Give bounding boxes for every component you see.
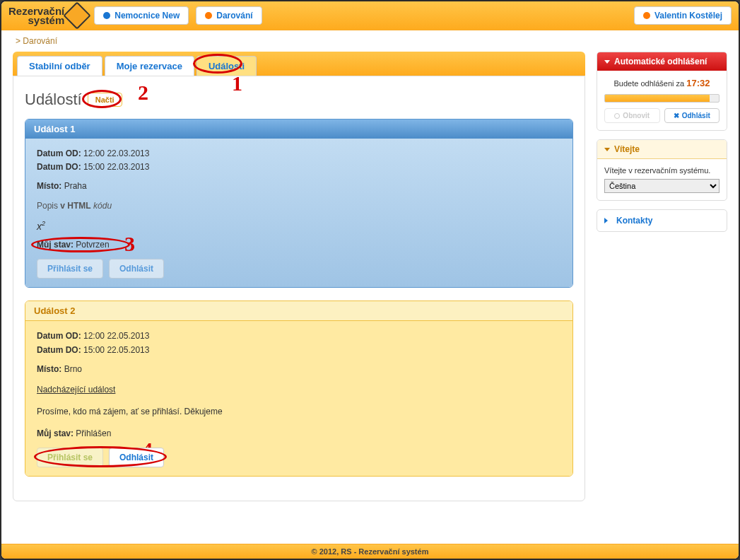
e1-od-val: 12:00 22.03.2013 — [83, 148, 149, 158]
logout-button[interactable]: ✖Odhlásit — [664, 108, 720, 123]
refresh-button[interactable]: Obnovit — [604, 108, 660, 123]
e1-do-label: Datum DO: — [37, 162, 81, 172]
e2-heading: Nadcházející událost — [37, 383, 561, 397]
e2-signin-button[interactable]: Přihlásit se — [37, 448, 103, 467]
hospital-label: Nemocnice New — [114, 11, 180, 21]
annotation-2: 2 — [138, 81, 148, 105]
close-icon: ✖ — [674, 112, 679, 119]
language-select[interactable]: Čeština — [604, 179, 720, 193]
e1-signout-button[interactable]: Odhlásit — [109, 259, 164, 279]
e1-od-label: Datum OD: — [37, 148, 81, 158]
auto-logout-widget: Automatické odhlášení Budete odhlášeni z… — [597, 52, 727, 131]
auto-logout-title: Automatické odhlášení — [614, 57, 707, 66]
info-icon — [103, 12, 110, 19]
e2-od-label: Datum OD: — [37, 331, 81, 341]
tab-stable[interactable]: Stabilní odběr — [17, 56, 102, 76]
sidebar: Automatické odhlášení Budete odhlášeni z… — [597, 52, 727, 532]
e2-misto-val: Brno — [64, 364, 82, 374]
welcome-header[interactable]: Vítejte — [597, 140, 727, 159]
contacts-widget: Kontakty — [597, 209, 727, 232]
tab-reservations[interactable]: Moje rezervace — [105, 56, 194, 76]
event-1-title: Událost 1 — [25, 119, 572, 139]
logout-progress — [604, 94, 720, 103]
e2-do-val: 15:00 22.05.2013 — [83, 345, 149, 355]
tab-events[interactable]: Události — [196, 56, 257, 76]
e1-do-val: 15:00 22.03.2013 — [83, 162, 149, 172]
footer: © 2012, RS - Rezervační systém — [1, 544, 739, 559]
welcome-widget: Vítejte Vítejte v rezervačním systému. Č… — [597, 139, 727, 201]
user-button[interactable]: Valentin Kostělej — [634, 6, 732, 25]
user-label: Valentin Kostělej — [654, 11, 722, 21]
e1-stav-val: Potvrzen — [76, 240, 109, 250]
chevron-right-icon — [604, 218, 611, 223]
e2-do-label: Datum DO: — [37, 345, 81, 355]
progress-bar — [605, 95, 710, 102]
breadcrumb: > Darování — [1, 30, 739, 52]
e2-od-val: 12:00 22.05.2013 — [83, 331, 149, 341]
welcome-title: Vítejte — [614, 144, 640, 154]
tab-events-label: Události — [209, 61, 245, 71]
page-title: Událostí — [25, 91, 82, 109]
logo-line2: systém — [8, 16, 64, 25]
e2-stav-val: Přihlášen — [76, 428, 111, 438]
donation-button[interactable]: Darování — [196, 6, 262, 25]
chevron-down-icon — [604, 148, 610, 151]
e2-misto-label: Místo: — [37, 364, 61, 374]
welcome-msg: Vítejte v rezervačním systému. — [604, 166, 720, 175]
e2-stav-label: Můj stav: — [37, 428, 74, 438]
user-icon — [643, 12, 650, 19]
logout-msg: Budete odhlášeni za 17:32 — [604, 78, 720, 88]
e2-signout-button[interactable]: Odhlásit — [109, 448, 164, 467]
gift-icon — [205, 12, 212, 19]
e2-desc: Prosíme, kdo má zájem, ať se přihlásí. D… — [37, 405, 561, 419]
clock-icon — [614, 113, 620, 119]
e1-formula: x2 — [37, 218, 561, 234]
app-header: Rezervační systém Nemocnice New Darování… — [1, 1, 739, 30]
logout-time: 17:32 — [686, 78, 710, 88]
e1-misto-val: Praha — [64, 181, 87, 191]
annotation-3: 3 — [124, 227, 135, 261]
app-logo: Rezervační systém — [8, 6, 87, 25]
logo-icon — [63, 1, 91, 30]
e1-stav-label: Můj stav: — [37, 240, 74, 250]
e1-misto-label: Místo: — [37, 181, 61, 191]
main-content: Stabilní odběr Moje rezervace Události 1… — [13, 52, 585, 532]
event-1-panel: Událost 1 Datum OD: 12:00 22.03.2013 Dat… — [25, 119, 573, 288]
chevron-down-icon — [604, 60, 610, 64]
e1-signin-button[interactable]: Přihlásit se — [37, 259, 103, 279]
contacts-toggle[interactable]: Kontakty — [597, 210, 727, 231]
e1-desc: Popis v HTML kódu — [37, 199, 561, 213]
event-2-panel: Událost 2 Datum OD: 12:00 22.05.2013 Dat… — [25, 301, 573, 477]
load-button[interactable]: Načti — [88, 93, 122, 107]
event-2-title: Událost 2 — [25, 301, 572, 321]
tabs: Stabilní odběr Moje rezervace Události 1 — [13, 52, 585, 76]
donation-label: Darování — [216, 11, 252, 21]
auto-logout-header: Automatické odhlášení — [597, 52, 727, 71]
hospital-button[interactable]: Nemocnice New — [94, 6, 189, 25]
contacts-label: Kontakty — [616, 216, 652, 226]
